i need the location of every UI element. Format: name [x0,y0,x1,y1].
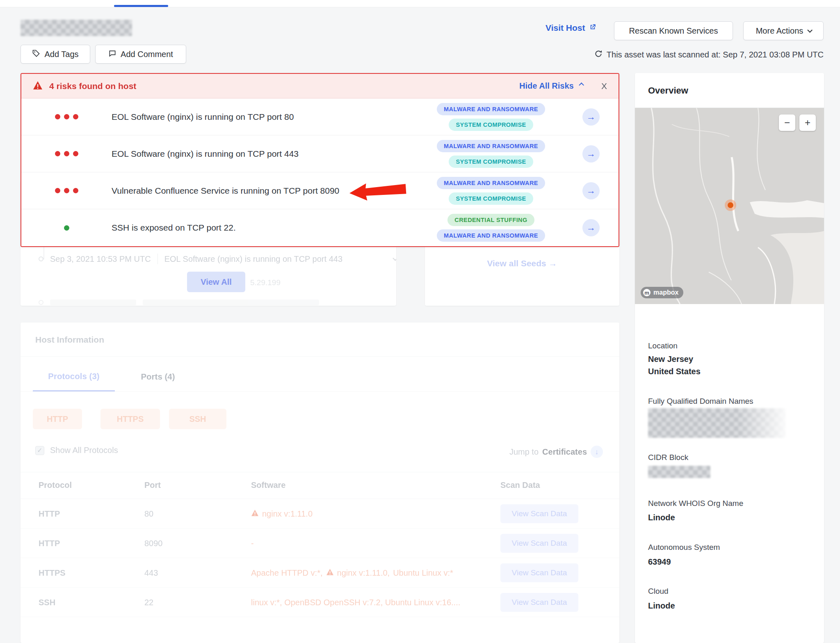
add-comment-button[interactable]: Add Comment [95,45,186,64]
table-row: HTTP 8090 - View Scan Data [21,529,619,558]
location-label: Location [648,341,678,350]
jump-target-text: Certificates [542,447,587,457]
severity-dot [55,188,60,193]
comment-icon [108,49,116,59]
add-comment-label: Add Comment [121,50,173,59]
risk-badges: MALWARE AND RANSOMWARE SYSTEM COMPROMISE [423,103,559,131]
view-scan-data-button[interactable]: View Scan Data [500,593,578,612]
risk-row-confluence: Vulnerable Confluence Service is running… [21,172,619,209]
chevron-down-icon [808,27,813,33]
risk-badges: CREDENTIAL STUFFING MALWARE AND RANSOMWA… [423,214,559,242]
show-all-protocols-checkbox[interactable]: ✓ Show All Protocols [35,446,118,455]
view-all-button[interactable]: View All [187,272,245,292]
more-actions-label: More Actions [756,26,803,36]
overview-panel: Overview − + [635,73,824,643]
risks-panel-title: 4 risks found on host [49,81,136,91]
risk-detail-arrow-button[interactable]: → [582,219,600,236]
column-header-port: Port [144,481,161,490]
risks-panel-header: 4 risks found on host Hide All Risks X [21,74,619,98]
hide-all-risks-label: Hide All Risks [519,81,574,91]
risk-description: SSH is exposed on TCP port 22. [112,223,423,233]
risk-detail-arrow-button[interactable]: → [582,108,600,126]
severity-dot [73,188,78,193]
rescan-known-services-button[interactable]: Rescan Known Services [614,21,733,40]
external-link-icon [589,23,596,33]
asn-value: 63949 [648,557,671,567]
cell-software: linux v:*, OpenBSD OpenSSH v:7.2, Ubuntu… [251,597,460,607]
last-scanned-status: This asset was last scanned at: Sep 7, 2… [594,50,824,60]
risk-detail-arrow-button[interactable]: → [582,182,600,199]
warning-triangle-icon [251,509,259,518]
location-map[interactable]: − + m mapbox [635,108,824,304]
risk-badges: MALWARE AND RANSOMWARE SYSTEM COMPROMISE [423,140,559,168]
timeline-partial-text: 5.29.199 [250,278,281,287]
tab-ports[interactable]: Ports (4) [127,362,189,391]
software-text: - [251,538,254,548]
severity-dots [21,225,112,231]
view-scan-data-button[interactable]: View Scan Data [500,563,578,582]
refresh-icon [594,50,603,60]
timeline-entry[interactable]: Sep 3, 2021 10:53 PM UTC EOL Software (n… [39,254,396,264]
severity-dot [55,114,60,119]
protocol-chip-https[interactable]: HTTPS [100,409,160,429]
jump-to-text: Jump to [509,447,539,457]
protocol-chip-ssh[interactable]: SSH [169,409,226,429]
table-row: HTTPS 443 Apache HTTPD v:*, nginx v:1.11… [21,558,619,588]
tab-protocols[interactable]: Protocols (3) [33,362,115,391]
severity-dots [21,151,112,156]
badge-malware-ransomware: MALWARE AND RANSOMWARE [437,103,545,115]
risk-badges: MALWARE AND RANSOMWARE SYSTEM COMPROMISE [423,177,559,205]
software-text: nginx v:1.11.0 [262,509,313,518]
severity-dots [21,188,112,193]
cell-software: nginx v:1.11.0 [251,509,313,518]
overview-title: Overview [648,85,688,96]
severity-dot [64,114,69,119]
column-header-software: Software [251,481,285,490]
severity-dot [64,225,69,231]
software-text: Apache HTTPD v:*, [251,568,323,577]
severity-dot [64,188,69,193]
badge-malware-ransomware: MALWARE AND RANSOMWARE [437,229,545,242]
ghost-text-bar [50,300,136,305]
add-tags-button[interactable]: Add Tags [21,45,90,64]
rescan-label: Rescan Known Services [629,26,718,36]
risk-row: EOL Software (nginx) is running on TCP p… [21,98,619,135]
whois-value: Linode [648,513,675,522]
last-scanned-text: This asset was last scanned at: Sep 7, 2… [607,50,824,59]
visit-host-label: Visit Host [546,23,585,33]
severity-dots [21,114,112,119]
whois-label: Network WHOIS Org Name [648,499,743,508]
view-all-seeds-link[interactable]: View all Seeds → [425,259,619,268]
show-all-protocols-label: Show All Protocols [50,446,118,455]
badge-malware-ransomware: MALWARE AND RANSOMWARE [437,140,545,152]
zoom-in-button[interactable]: + [799,114,816,131]
chevron-up-icon [579,82,584,88]
badge-system-compromise: SYSTEM COMPROMISE [449,119,533,131]
hide-all-risks-link[interactable]: Hide All Risks [519,81,582,91]
active-tab-indicator[interactable] [114,5,168,7]
chevron-down-icon[interactable] [393,256,396,261]
cloud-label: Cloud [648,587,669,596]
badge-system-compromise: SYSTEM COMPROMISE [449,192,533,205]
visit-host-link[interactable]: Visit Host [546,23,596,33]
down-arrow-icon: ↓ [591,446,603,458]
software-text: nginx v:1.11.0, [337,568,390,577]
view-scan-data-button[interactable]: View Scan Data [500,504,578,523]
risks-panel: 4 risks found on host Hide All Risks X E… [21,73,619,247]
timeline-bullet-icon [39,256,43,261]
mapbox-logo[interactable]: m mapbox [641,287,683,298]
fqdn-fade-overlay [737,406,791,440]
checkbox-checked-icon[interactable]: ✓ [35,446,44,455]
map-zoom-controls: − + [779,114,816,131]
host-information-card: Host Information Protocols (3) Ports (4)… [21,323,619,643]
protocol-chip-http[interactable]: HTTP [33,409,82,429]
close-risks-icon[interactable]: X [601,81,607,91]
add-tags-label: Add Tags [44,50,78,59]
view-scan-data-button[interactable]: View Scan Data [500,534,578,553]
risk-detail-arrow-button[interactable]: → [582,145,600,162]
zoom-out-button[interactable]: − [779,114,795,131]
jump-to-certificates-link[interactable]: Jump to Certificates ↓ [509,446,603,458]
marker-dot [728,202,733,208]
cell-port: 443 [144,568,158,577]
more-actions-button[interactable]: More Actions [743,21,824,40]
